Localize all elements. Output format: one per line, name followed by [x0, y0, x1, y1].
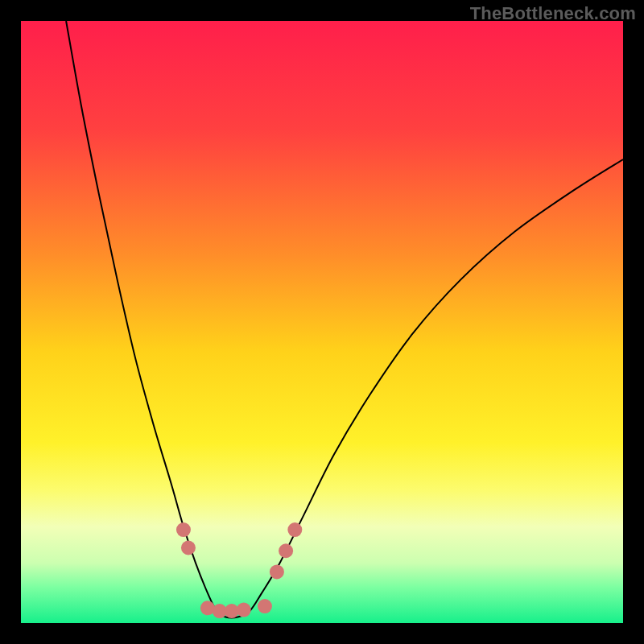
marker-dot [200, 601, 215, 615]
marker-dot [279, 543, 293, 558]
marker-dot [287, 522, 302, 537]
plot-area [21, 21, 623, 623]
marker-dot [176, 522, 191, 537]
plot-svg [21, 21, 623, 623]
marker-dot [270, 564, 284, 579]
chart-frame: TheBottleneck.com [0, 0, 644, 644]
marker-dot [181, 541, 196, 555]
gradient-background [21, 21, 623, 623]
marker-dot [237, 603, 251, 617]
watermark-text: TheBottleneck.com [470, 3, 636, 24]
marker-dot [258, 599, 272, 613]
